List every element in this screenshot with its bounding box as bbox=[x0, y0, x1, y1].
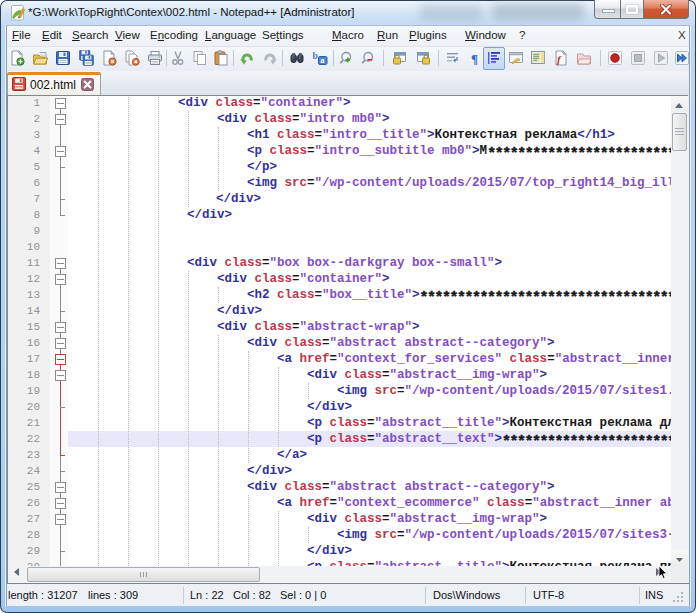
svg-text:b: b bbox=[313, 51, 318, 61]
svg-text:¶: ¶ bbox=[471, 51, 478, 66]
svg-text:a: a bbox=[320, 55, 325, 65]
